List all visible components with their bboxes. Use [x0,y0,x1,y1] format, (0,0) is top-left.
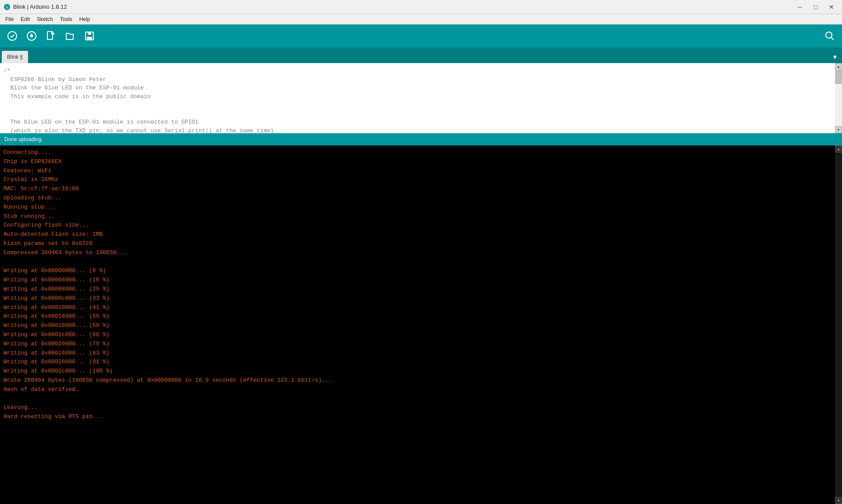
svg-marker-4 [30,35,33,37]
console-line: Auto-detected Flash size: 1MB [4,230,831,239]
console-line: Writing at 0x00024000... (83 %) [4,349,831,358]
minimize-button[interactable]: ─ [793,3,807,11]
console-line: Writing at 0x0001c000... (66 %) [4,330,831,340]
console-line: Wrote 260464 bytes (190650 compressed) a… [4,376,831,385]
console-line: Configuring flash size... [4,221,831,230]
console-line: Features: WiFi [4,167,831,176]
code-line [4,110,833,118]
svg-rect-9 [88,32,91,35]
code-line: This example code is in the public domai… [4,92,833,101]
window-controls: ─ □ ✕ [793,3,838,11]
console-line [4,258,831,267]
console-scrollbar[interactable]: ▲ ▼ [835,146,842,504]
tab-dropdown-button[interactable]: ▼ [830,52,840,62]
console-line: Stub running... [4,212,831,221]
status-bar: Done uploading. [0,133,842,146]
console-area: Connecting....Chip is ESP8266EXFeatures:… [0,146,842,504]
console-line: Writing at 0x00004000... (16 %) [4,276,831,285]
menu-bar: FileEditSketchToolsHelp [0,14,842,25]
code-line [4,101,833,110]
toolbar-right [821,27,838,45]
verify-button[interactable] [4,27,21,45]
console-line: Writing at 0x00014000... (50 %) [4,312,831,321]
console-line: Writing at 0x00008000... (25 %) [4,285,831,294]
status-message: Done uploading. [4,136,43,142]
console-line: Hard resetting via RTS pin... [4,412,831,422]
console-line: Writing at 0x0002c000... (100 %) [4,367,831,376]
console-line: Compressed 260464 bytes to 190650... [4,248,831,258]
console-output: Connecting....Chip is ESP8266EXFeatures:… [0,146,835,504]
console-line: Writing at 0x00018000... (58 %) [4,321,831,330]
editor-area: /* ESP8266 Blink by Simon Peter Blink th… [0,63,842,133]
menu-item-file[interactable]: File [2,15,17,23]
menu-item-sketch[interactable]: Sketch [33,15,57,23]
console-line: Flash params set to 0x0220 [4,239,831,248]
code-line: (which is also the TXD pin; so we cannot… [4,127,833,134]
menu-item-help[interactable]: Help [76,15,94,23]
maximize-button[interactable]: □ [809,3,823,11]
main-container: /* ESP8266 Blink by Simon Peter Blink th… [0,63,842,504]
console-line: Leaving... [4,403,831,412]
console-line: Chip is ESP8266EX [4,157,831,167]
code-line: Blink the blue LED on the ESP-01 module [4,84,833,92]
svg-marker-5 [30,33,33,35]
scroll-down-arrow[interactable]: ▼ [835,126,842,133]
console-line: Writing at 0x00000000... (8 %) [4,266,831,276]
console-line: Writing at 0x00020000... (75 %) [4,340,831,349]
toolbar [0,25,842,47]
svg-rect-10 [87,37,92,40]
editor-scrollbar[interactable]: ▲ ▼ [835,63,842,133]
menu-item-edit[interactable]: Edit [17,15,33,23]
code-editor[interactable]: /* ESP8266 Blink by Simon Peter Blink th… [0,63,842,133]
tab-blink[interactable]: Blink § [2,51,28,63]
console-line: Writing at 0x0000c000... (33 %) [4,294,831,303]
upload-button[interactable] [23,27,40,45]
code-line: ESP8266 Blink by Simon Peter [4,75,833,84]
window-title: Blink | Arduino 1.8.12 [13,4,67,10]
title-bar: A Blink | Arduino 1.8.12 ─ □ ✕ [0,0,842,14]
console-scroll-up[interactable]: ▲ [835,146,842,153]
svg-text:A: A [6,5,8,10]
close-button[interactable]: ✕ [824,3,838,11]
console-line: Writing at 0x00028000... (91 %) [4,358,831,367]
save-button[interactable] [81,27,98,45]
scrollbar-track [835,70,842,126]
open-button[interactable] [61,27,79,45]
console-line: Writing at 0x00010000... (41 %) [4,303,831,312]
scroll-up-arrow[interactable]: ▲ [835,63,842,70]
console-line: Uploading stub... [4,194,831,203]
new-button[interactable] [42,27,60,45]
svg-line-12 [831,37,834,40]
console-scroll-down[interactable]: ▼ [835,497,842,504]
search-button[interactable] [821,27,838,45]
console-line [4,394,831,404]
code-line: The blue LED on the ESP-01 module is con… [4,118,833,127]
console-line: MAC: 5c:cf:7f:ae:16:60 [4,185,831,194]
console-line: Hash of data verified. [4,385,831,394]
tab-bar: Blink § ▼ [0,47,842,63]
menu-item-tools[interactable]: Tools [57,15,76,23]
console-line: Connecting.... [4,148,831,157]
scrollbar-thumb[interactable] [835,71,842,84]
app-icon: A [4,4,11,11]
tab-label: Blink § [7,54,23,60]
console-line: Crystal is 26MHz [4,175,831,185]
svg-point-11 [826,32,832,38]
svg-point-2 [8,32,17,40]
title-bar-left: A Blink | Arduino 1.8.12 [4,4,67,11]
console-line: Running stub... [4,203,831,212]
code-line: /* [4,67,833,75]
